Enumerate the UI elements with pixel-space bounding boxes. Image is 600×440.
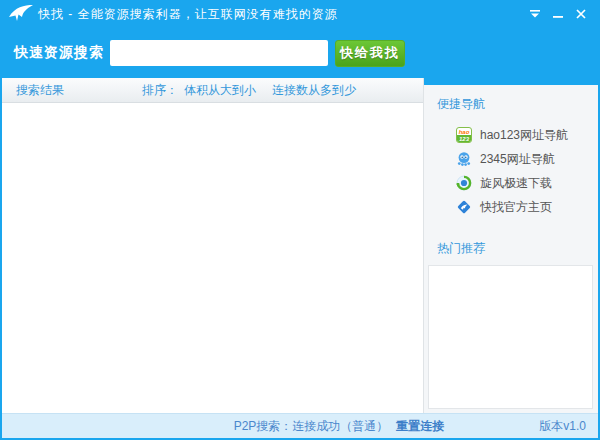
results-title: 搜索结果 <box>16 82 64 99</box>
kuaizhao-home-icon <box>456 199 472 215</box>
search-results-area <box>2 103 423 413</box>
nav-item-label: 快找官方主页 <box>480 199 552 216</box>
skin-menu-button[interactable] <box>528 7 542 21</box>
results-header: 搜索结果 排序： 体积从大到小 连接数从多到少 <box>2 78 423 103</box>
nav-item-label: hao123网址导航 <box>480 127 568 144</box>
titlebar: 快找 - 全能资源搜索利器，让互联网没有难找的资源 <box>2 0 598 28</box>
nav-item-label: 旋风极速下载 <box>480 175 552 192</box>
content-area: 搜索结果 排序： 体积从大到小 连接数从多到少 便捷导航 hao 123 hao… <box>2 78 598 413</box>
version-label: 版本v1.0 <box>539 418 586 435</box>
search-input[interactable] <box>110 40 328 66</box>
hot-recommend-title: 热门推荐 <box>424 229 598 261</box>
minimize-button[interactable] <box>551 7 565 21</box>
hao123-icon: hao 123 <box>456 127 472 143</box>
sort-by-connections-link[interactable]: 连接数从多到少 <box>272 82 356 99</box>
nav-item-2345[interactable]: 2345网址导航 <box>424 147 598 171</box>
sidebar: 便捷导航 hao 123 hao123网址导航 <box>423 78 598 413</box>
whirlwind-download-icon <box>456 175 472 191</box>
nav-item-whirlwind-download[interactable]: 旋风极速下载 <box>424 171 598 195</box>
connection-status-text: 连接成功（普通） <box>292 418 388 435</box>
close-button[interactable] <box>574 7 588 21</box>
nav-item-official-home[interactable]: 快找官方主页 <box>424 195 598 219</box>
p2p-search-label: P2P搜索： <box>234 418 293 435</box>
quick-nav-list: hao 123 hao123网址导航 <box>424 123 598 219</box>
search-bar: 快速资源搜索 快给我找 <box>2 28 598 78</box>
sort-label: 排序： <box>142 82 178 99</box>
hot-recommend-box <box>428 265 593 409</box>
app-window: 快找 - 全能资源搜索利器，让互联网没有难找的资源 快速资源搜索 <box>0 0 600 440</box>
sort-by-size-link[interactable]: 体积从大到小 <box>184 82 256 99</box>
nav-item-hao123[interactable]: hao 123 hao123网址导航 <box>424 123 598 147</box>
quick-nav-title: 便捷导航 <box>424 85 598 117</box>
search-button[interactable]: 快给我找 <box>335 40 405 67</box>
p2p-status-group: P2P搜索： 连接成功（普通） 重置连接 <box>234 418 445 435</box>
octopus-2345-icon <box>456 151 472 167</box>
results-panel: 搜索结果 排序： 体积从大到小 连接数从多到少 <box>2 78 423 413</box>
nav-item-label: 2345网址导航 <box>480 151 555 168</box>
status-bar: P2P搜索： 连接成功（普通） 重置连接 版本v1.0 <box>2 413 598 438</box>
window-controls <box>528 7 588 21</box>
app-logo-bird-icon <box>8 4 34 24</box>
sidebar-top-strip <box>424 78 598 85</box>
search-label: 快速资源搜索 <box>14 44 104 62</box>
reset-connection-link[interactable]: 重置连接 <box>396 418 444 435</box>
window-title: 快找 - 全能资源搜索利器，让互联网没有难找的资源 <box>38 6 338 23</box>
